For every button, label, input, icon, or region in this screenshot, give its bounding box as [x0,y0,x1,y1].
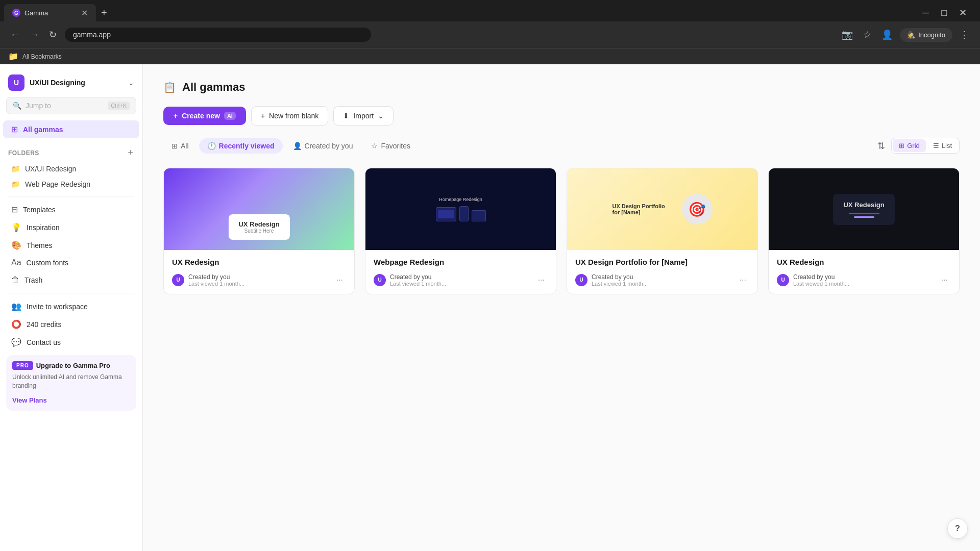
import-button[interactable]: ⬇ Import ⌄ [333,106,394,126]
back-button[interactable]: ← [8,28,21,42]
incognito-label: Incognito [918,31,945,39]
tab-title: Gamma [24,9,48,17]
custom-fonts-icon: Aa [11,258,21,267]
custom-fonts-label: Custom fonts [27,259,68,267]
card-meta-info-1: Created by you Last viewed 1 month... [188,273,329,287]
folder-label: UX/UI Redesign [25,165,76,173]
sidebar-item-all-gammas[interactable]: ⊞ All gammas [3,120,139,138]
list-view-label: List [942,142,952,149]
minimize-button[interactable]: ─ [917,6,934,20]
card-thumbnail-3: UX Design Portfolio for [Name] 🎯 [567,168,757,250]
templates-icon: ⊟ [11,205,18,214]
new-tab-button[interactable]: + [97,5,111,21]
card-body-2: Webpage Redesign U Created by you Last v… [365,250,556,294]
upgrade-box: PRO Upgrade to Gamma Pro Unlock unlimite… [6,355,136,411]
tab-all-icon: ⊞ [172,142,178,150]
folder-web-page-redesign[interactable]: 📁 Web Page Redesign [3,177,139,192]
maximize-button[interactable]: □ [936,6,952,20]
sidebar-item-custom-fonts[interactable]: Aa Custom fonts [3,254,139,271]
card-more-button-2[interactable]: ··· [535,274,548,286]
card-more-button-1[interactable]: ··· [333,274,346,286]
list-view-button[interactable]: ☰ List [927,139,958,152]
grid-view-label: Grid [907,142,920,149]
search-box[interactable]: 🔍 Jump to Ctrl+K [6,97,136,114]
chevron-down-icon: ⌄ [128,79,134,87]
forward-button[interactable]: → [28,28,41,42]
camera-icon[interactable]: 📷 [839,27,856,42]
view-toggle: ⊞ Grid ☰ List [891,138,960,154]
card-viewed-4: Last viewed 1 month... [793,281,934,287]
tab-favicon: G [12,9,20,17]
sort-button[interactable]: ⇅ [873,138,889,154]
sidebar-divider-2 [8,293,134,293]
card-meta-2: U Created by you Last viewed 1 month... … [374,273,548,287]
incognito-button[interactable]: 🕵 Incognito [900,28,952,42]
sidebar-item-inspiration[interactable]: 💡 Inspiration [3,218,139,236]
card-meta-1: U Created by you Last viewed 1 month... … [172,273,346,287]
invite-label: Invite to workspace [27,303,88,311]
upgrade-description: Unlock unlimited AI and remove Gamma bra… [12,373,130,390]
ai-badge: AI [224,112,236,120]
contact-label: Contact us [27,338,61,346]
tab-close-btn[interactable]: ✕ [81,8,88,18]
card-ux-redesign-1[interactable]: UX Redesign Subtitle Here UX Redesign U … [163,168,355,294]
blank-btn-label: New from blank [269,112,318,120]
tab-all-label: All [181,142,189,150]
active-tab[interactable]: G Gamma ✕ [4,4,96,22]
credits-label: 240 credits [27,320,61,329]
card-meta-info-4: Created by you Last viewed 1 month... [793,273,934,287]
create-new-button[interactable]: + Create new AI [163,107,246,125]
grid-view-icon: ⊞ [899,142,904,149]
sidebar-item-contact[interactable]: 💬 Contact us [3,333,139,351]
plus-icon: + [174,112,178,120]
folder-uxui-redesign[interactable]: 📁 UX/UI Redesign [3,161,139,177]
card-webpage-redesign[interactable]: Homepage Redesign Webpage Redesign [365,168,556,294]
card-ux-portfolio[interactable]: UX Design Portfolio for [Name] 🎯 UX Desi… [567,168,758,294]
card-title-4: UX Redesign [777,257,951,267]
add-folder-button[interactable]: + [127,146,134,159]
tab-recently-viewed[interactable]: 🕐 Recently viewed [199,138,283,154]
card-ux-redesign-2[interactable]: UX Redesign UX Redesign U Created by you… [768,168,960,294]
workspace-avatar: U [8,74,24,91]
page-title: All gammas [182,81,246,94]
upgrade-badge-row: PRO Upgrade to Gamma Pro [12,361,130,370]
sidebar-item-credits[interactable]: ⭕ 240 credits [3,315,139,333]
search-shortcut-badge: Ctrl+K [108,102,130,110]
folder-label: Web Page Redesign [25,180,90,188]
card-viewed-3: Last viewed 1 month... [592,281,732,287]
help-button[interactable]: ? [947,518,968,539]
tab-favorites[interactable]: ☆ Favorites [363,138,419,154]
bookmark-icon[interactable]: ☆ [860,27,874,42]
sidebar-item-invite[interactable]: 👥 Invite to workspace [3,297,139,315]
reload-button[interactable]: ↻ [47,27,59,42]
extensions-icon[interactable]: ⋮ [957,27,972,42]
upgrade-title: Upgrade to Gamma Pro [36,362,110,369]
sidebar-item-themes[interactable]: 🎨 Themes [3,236,139,254]
card-title-3: UX Design Portfolio for [Name] [575,257,749,267]
tabs-bar: ⊞ All 🕐 Recently viewed 👤 Created by you… [163,138,960,154]
sidebar-item-templates[interactable]: ⊟ Templates [3,201,139,218]
grid-view-button[interactable]: ⊞ Grid [893,139,926,152]
profile-icon[interactable]: 👤 [878,27,896,42]
workspace-header[interactable]: U UX/UI Designing ⌄ [0,70,142,97]
tab-all[interactable]: ⊞ All [163,138,197,154]
phone-icon [459,206,469,221]
tab-created-by-you[interactable]: 👤 Created by you [285,138,361,154]
import-chevron-icon: ⌄ [378,112,384,120]
card-more-button-4[interactable]: ··· [938,274,951,286]
card-body-4: UX Redesign U Created by you Last viewed… [769,250,959,294]
card-thumb-content-1: UX Redesign Subtitle Here [228,214,289,240]
view-plans-button[interactable]: View Plans [12,396,47,404]
invite-icon: 👥 [11,302,21,311]
close-window-button[interactable]: ✕ [954,5,972,20]
sidebar-item-trash[interactable]: 🗑 Trash [3,271,139,289]
card-more-button-3[interactable]: ··· [737,274,749,286]
plus-outline-icon: + [261,112,265,120]
address-bar[interactable] [65,28,371,42]
new-from-blank-button[interactable]: + New from blank [251,106,328,126]
themes-icon: 🎨 [11,240,21,250]
monitor-icon [436,207,456,221]
trash-icon: 🗑 [11,276,19,285]
incognito-icon: 🕵 [907,31,915,39]
folders-section-header: Folders + [0,142,142,161]
